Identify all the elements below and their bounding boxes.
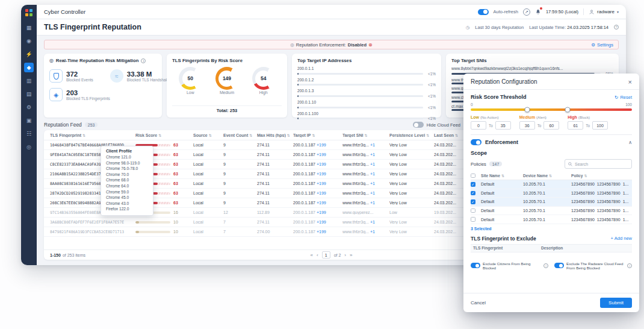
column-header[interactable]: Policy⇅: [571, 174, 632, 178]
range-from-input[interactable]: [519, 121, 535, 130]
risk-score-value: 63: [173, 152, 178, 157]
site-name-cell: Default: [481, 182, 523, 186]
range-from-input[interactable]: [568, 121, 583, 130]
column-header[interactable]: TLS Fingerprint⇅: [50, 133, 135, 137]
range-from-input[interactable]: [471, 121, 486, 130]
exclude-toggle[interactable]: [471, 263, 480, 268]
sidebar-item[interactable]: ⚙: [24, 102, 34, 112]
sidebar-item[interactable]: ▥: [24, 76, 34, 86]
column-header[interactable]: Risk Score⇅: [135, 133, 193, 137]
sort-icon: ⇅: [287, 133, 290, 137]
slider-track[interactable]: [471, 108, 632, 111]
policy-row[interactable]: ✓ Default 10.205.70.1 1234567890_1234567…: [471, 180, 632, 189]
policy-row[interactable]: ✓ Default 10.205.70.1 1234567890_1234567…: [471, 215, 632, 224]
sidebar-item[interactable]: ⚡: [24, 49, 34, 59]
search-input[interactable]: [575, 162, 628, 166]
ip-row: 200.0.1.100 <1%: [297, 111, 436, 121]
risk-score-value: 63: [173, 143, 178, 147]
column-header[interactable]: Target IP⇅: [293, 133, 342, 137]
row-checkbox[interactable]: ✓: [471, 199, 475, 204]
select-all-checkbox[interactable]: ✓: [471, 174, 475, 178]
auto-refresh-toggle[interactable]: [478, 9, 489, 15]
slider-handle-low[interactable]: [524, 107, 530, 113]
client-profile-item: Chrome 98.0-119.0: [106, 160, 148, 166]
exclude-toggle[interactable]: [554, 263, 564, 268]
persistence-cell: Very Low: [389, 162, 434, 166]
risk-score-slider: 0100: [471, 102, 632, 111]
persistence-cell: Very Low: [389, 152, 434, 157]
device-name-cell: 10.205.70.1: [523, 218, 571, 222]
sidebar-item[interactable]: ▣: [24, 116, 34, 125]
info-icon: i: [627, 263, 632, 268]
stat-value: 203: [66, 89, 110, 96]
to-label: To: [489, 124, 493, 128]
cancel-button[interactable]: Cancel: [471, 300, 486, 306]
sidebar-item[interactable]: ▦: [24, 23, 34, 33]
column-header[interactable]: Max Hits (hps)⇅: [257, 133, 293, 137]
sort-icon: ⇅: [209, 133, 212, 137]
max-hits-cell: 274.11: [257, 191, 293, 195]
column-header[interactable]: Site Name⇅: [481, 174, 523, 178]
settings-link[interactable]: ⚙ Settings: [591, 42, 618, 48]
range-qualifier: (Alert): [536, 115, 546, 119]
range-to-input[interactable]: [495, 121, 511, 130]
sort-icon: ⇅: [549, 174, 552, 178]
risk-score-value: 63: [173, 191, 178, 195]
policy-row[interactable]: ✓ Default 10.205.70.1 1234567890_1234567…: [471, 189, 632, 198]
reset-button[interactable]: ↻Reset: [615, 95, 632, 100]
more-snis-chip: +1: [370, 181, 375, 186]
row-checkbox[interactable]: ✓: [471, 182, 475, 187]
range-to-input[interactable]: [543, 121, 559, 130]
site-name-cell: Default: [481, 208, 523, 213]
sort-icon: ⇅: [312, 133, 315, 137]
hide-cloud-feed-toggle[interactable]: [413, 122, 424, 128]
info-icon: i: [543, 263, 548, 268]
next-page-button[interactable]: ›: [344, 252, 346, 258]
sidebar-item-icon: ◉: [26, 38, 31, 44]
column-header[interactable]: Event Count⇅: [223, 133, 257, 137]
page-input[interactable]: 1: [322, 251, 330, 258]
notifications-button[interactable]: [535, 8, 541, 15]
sidebar-item[interactable]: ▤: [24, 89, 34, 99]
column-header[interactable]: Target SNI⇅: [342, 133, 389, 137]
prev-page-button[interactable]: ‹: [317, 252, 318, 258]
more-snis-chip: +1: [370, 172, 375, 176]
enforcement-toggle[interactable]: [471, 139, 481, 145]
policy-row[interactable]: ✓ Default 10.205.70.1 1234567890_1234567…: [471, 198, 632, 207]
more-ips-chip: +199: [317, 201, 326, 205]
first-page-button[interactable]: «: [311, 252, 313, 258]
source-cell: Local: [193, 152, 223, 157]
ip-label: 200.0.1.3: [297, 89, 436, 93]
user-menu[interactable]: radware ▾: [589, 9, 619, 15]
submit-button[interactable]: Submit: [600, 298, 632, 308]
sidebar-item[interactable]: ◆: [24, 63, 34, 72]
top-ips-title: Top Target IP Addresses: [297, 58, 351, 63]
collapse-icon[interactable]: ∧: [628, 140, 632, 145]
risk-score-value: 10: [173, 230, 178, 234]
row-checkbox[interactable]: ✓: [471, 217, 475, 222]
row-checkbox[interactable]: ✓: [471, 208, 475, 213]
target-sni-cell: www.thfzr3g...+1: [342, 220, 389, 224]
exclude-toggle-group: Exclude Citizens From Being Blocked i: [471, 262, 548, 270]
expand-icon[interactable]: ↗: [523, 8, 530, 16]
event-count-cell: 9: [223, 152, 257, 157]
policy-search[interactable]: [565, 159, 632, 169]
sidebar-item[interactable]: ◎: [24, 142, 34, 152]
close-icon[interactable]: ×: [628, 79, 632, 85]
event-count-cell: 9: [223, 191, 257, 195]
column-header[interactable]: Source⇅: [193, 133, 223, 137]
range-to-input[interactable]: [592, 121, 608, 130]
sidebar-item[interactable]: ◉: [24, 36, 34, 46]
column-header[interactable]: Device Name⇅: [523, 174, 571, 178]
max-hits-cell: 274.11: [257, 220, 293, 224]
row-checkbox[interactable]: ✓: [471, 191, 475, 196]
policy-row[interactable]: ✓ Default 10.205.70.1 1234567890_1234567…: [471, 207, 632, 216]
more-snis-chip: +1: [370, 220, 375, 224]
last-page-button[interactable]: »: [350, 252, 352, 258]
target-sni-cell: www.thfzr3g...+1: [342, 201, 389, 205]
help-icon[interactable]: ?: [614, 25, 619, 30]
sidebar-item[interactable]: ☷: [24, 129, 34, 139]
column-header[interactable]: Persistence Level⇅: [389, 133, 434, 137]
add-new-button[interactable]: +Add new: [610, 236, 632, 241]
slider-handle-high[interactable]: [565, 107, 570, 113]
